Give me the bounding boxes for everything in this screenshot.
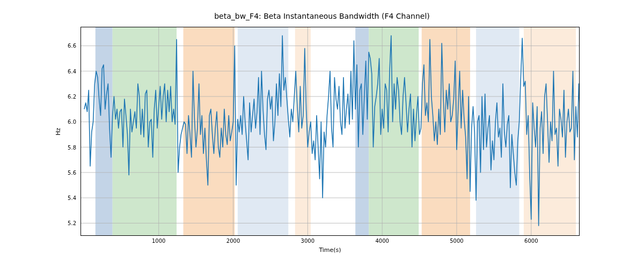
y-tick-label: 5.6	[60, 169, 76, 175]
highlight-band	[355, 27, 369, 236]
chart-title: beta_bw_F4: Beta Instantaneous Bandwidth…	[0, 12, 644, 20]
highlight-band	[476, 27, 519, 236]
y-tick-label: 6.6	[60, 43, 76, 49]
y-tick-label: 6.2	[60, 94, 76, 100]
highlight-band	[422, 27, 470, 236]
y-axis-label: Hz	[53, 27, 63, 236]
x-tick-label: 1000	[152, 238, 165, 244]
y-tick-label: 5.4	[60, 195, 76, 201]
y-tick-label: 5.2	[60, 220, 76, 226]
x-tick-label: 4000	[375, 238, 389, 244]
x-tick-label: 5000	[450, 238, 463, 244]
plot-svg	[80, 27, 580, 236]
highlight-band	[238, 27, 288, 236]
y-tick-label: 6.4	[60, 68, 76, 74]
figure: beta_bw_F4: Beta Instantaneous Bandwidth…	[0, 0, 644, 268]
y-tick-label: 5.8	[60, 144, 76, 150]
plot-axes	[80, 27, 580, 236]
x-tick-label: 3000	[301, 238, 314, 244]
highlight-band	[295, 27, 311, 236]
y-tick-label: 6.0	[60, 119, 76, 125]
x-tick-label: 2000	[226, 238, 240, 244]
x-axis-label: Time(s)	[80, 247, 580, 254]
x-tick-label: 6000	[524, 238, 538, 244]
